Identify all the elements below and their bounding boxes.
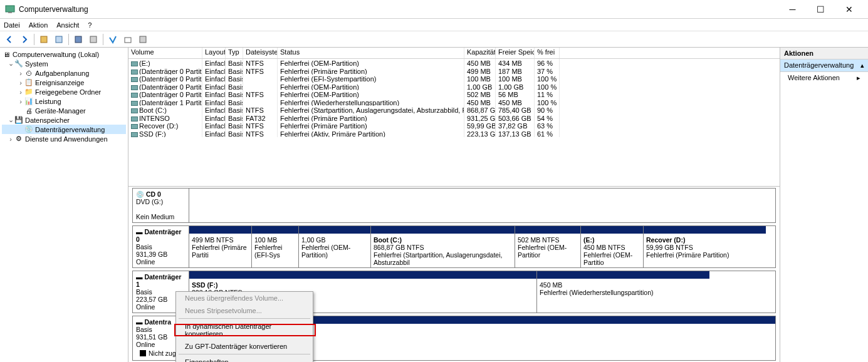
volume-row[interactable]: Recover (D:)EinfachBasisNTFSFehlerfrei (…	[128, 122, 780, 130]
storage-icon: 💾	[14, 116, 23, 125]
svg-rect-6	[125, 38, 131, 43]
menu-bar: Datei Aktion Ansicht ?	[0, 19, 868, 31]
forward-button[interactable]	[18, 33, 31, 46]
nav-tree[interactable]: 🖥Computerverwaltung (Lokal) ⌄🔧System ›⏲A…	[0, 48, 128, 362]
ctx-convert-dynamic[interactable]: In dynamischen Datenträger konvertieren.…	[176, 320, 313, 340]
ctx-new-spanned: Neues übergreifendes Volume...	[176, 292, 313, 304]
partition[interactable]: 499 MB NTFSFehlerfrei (Primäre Partiti	[189, 226, 252, 267]
toolbar-btn-4[interactable]	[86, 33, 100, 46]
toolbar-btn-1[interactable]	[37, 33, 51, 46]
collapse-icon: ▴	[860, 61, 864, 70]
tree-storage[interactable]: ⌄💾Datenspeicher	[2, 115, 126, 125]
partition[interactable]: 502 MB NTFSFehlerfrei (OEM-Partitior	[515, 226, 581, 267]
actions-more[interactable]: Weitere Aktionen▸	[780, 72, 868, 84]
folder-icon: 📁	[24, 88, 33, 96]
ctx-convert-gpt[interactable]: Zu GPT-Datenträger konvertieren	[176, 340, 313, 353]
volume-row[interactable]: (E:)EinfachBasisNTFSFehlerfrei (OEM-Part…	[128, 59, 780, 67]
toolbar-btn-2[interactable]	[52, 33, 66, 46]
svg-rect-4	[75, 36, 81, 43]
volume-row[interactable]: SSD (F:)EinfachBasisNTFSFehlerfrei (Akti…	[128, 130, 780, 138]
toolbar-btn-6[interactable]	[121, 33, 135, 46]
volume-row[interactable]: (Datenträger 0 Partition 4)EinfachBasisF…	[128, 83, 780, 91]
col-typ[interactable]: Typ	[226, 48, 243, 58]
actions-header: Aktionen	[780, 48, 868, 59]
col-layout[interactable]: Layout	[202, 48, 226, 58]
tree-shared[interactable]: ›📁Freigegebene Ordner	[2, 87, 126, 96]
volume-row[interactable]: (Datenträger 0 Partition 2)EinfachBasisF…	[128, 75, 780, 83]
col-status[interactable]: Status	[278, 48, 464, 58]
partition[interactable]: 450 MBFehlerfrei (Wiederherstellungspart…	[537, 271, 709, 313]
col-volume[interactable]: Volume	[128, 48, 202, 58]
partition[interactable]: 1,00 GBFehlerfrei (OEM-Partition)	[299, 226, 371, 267]
svg-rect-7	[140, 36, 146, 43]
menu-ansicht[interactable]: Ansicht	[56, 21, 79, 29]
partition[interactable]: (E:)450 MB NTFSFehlerfrei (OEM-Partitio	[581, 226, 644, 267]
window-titlebar: Computerverwaltung ─ ☐ ✕	[0, 0, 868, 19]
volume-row[interactable]: (Datenträger 1 Partition 2)EinfachBasisF…	[128, 98, 780, 106]
tools-icon: 🔧	[14, 59, 23, 68]
clock-icon: ⏲	[24, 69, 33, 78]
disk-cd0[interactable]: 💿 CD 0 DVD (G:) Kein Medium	[132, 188, 776, 223]
col-pct[interactable]: % frei	[535, 48, 560, 58]
minimize-button[interactable]: ─	[778, 1, 807, 18]
volume-row[interactable]: (Datenträger 0 Partition 1)EinfachBasisN…	[128, 67, 780, 75]
actions-pane: Aktionen Datenträgerverwaltung▴ Weitere …	[780, 48, 868, 362]
actions-selection[interactable]: Datenträgerverwaltung▴	[780, 59, 868, 72]
tree-root[interactable]: 🖥Computerverwaltung (Lokal)	[2, 49, 126, 59]
ctx-properties[interactable]: Eigenschaften	[176, 356, 313, 362]
back-button[interactable]	[3, 33, 16, 46]
computer-icon: 🖥	[2, 50, 11, 59]
maximize-button[interactable]: ☐	[807, 1, 835, 18]
col-fs[interactable]: Dateisystem	[243, 48, 278, 58]
perf-icon: 📊	[24, 97, 33, 106]
menu-help[interactable]: ?	[88, 21, 92, 29]
toolbar	[0, 31, 868, 48]
arrow-right-icon: ▸	[857, 74, 860, 82]
tree-scheduler[interactable]: ›⏲Aufgabenplanung	[2, 68, 126, 78]
volume-row[interactable]: (Datenträger 0 Partition 6)EinfachBasisN…	[128, 90, 780, 98]
partition[interactable]: 100 MBFehlerfrei (EFI-Sys	[252, 226, 299, 267]
ctx-new-striped: Neues Stripesetvolume...	[176, 304, 313, 317]
volume-row[interactable]: INTENSOEinfachBasisFAT32Fehlerfrei (Prim…	[128, 114, 780, 122]
refresh-button[interactable]	[71, 33, 85, 46]
disk-0[interactable]: ▬ Datenträger 0 Basis 931,39 GB Online 4…	[132, 225, 776, 268]
volume-list[interactable]: Volume Layout Typ Dateisystem Status Kap…	[128, 48, 780, 187]
device-icon: 🖨	[24, 106, 33, 115]
window-title: Computerverwaltung	[19, 5, 778, 14]
tree-system[interactable]: ⌄🔧System	[2, 59, 126, 68]
volume-row[interactable]: Boot (C:)EinfachBasisNTFSFehlerfrei (Sta…	[128, 106, 780, 114]
close-button[interactable]: ✕	[835, 1, 863, 18]
app-icon	[5, 4, 15, 14]
toolbar-btn-7[interactable]	[136, 33, 150, 46]
partition[interactable]: Recover (D:)59,99 GB NTFSFehlerfrei (Pri…	[644, 226, 766, 267]
disk-icon: 💿	[24, 125, 33, 134]
svg-rect-5	[90, 36, 97, 43]
svg-rect-3	[56, 36, 62, 43]
services-icon: ⚙	[14, 135, 23, 143]
toolbar-btn-5[interactable]	[106, 33, 120, 46]
tree-devmgr[interactable]: 🖨Geräte-Manager	[2, 106, 126, 115]
svg-rect-2	[41, 36, 47, 43]
tree-services[interactable]: ›⚙Dienste und Anwendungen	[2, 134, 126, 143]
menu-datei[interactable]: Datei	[4, 21, 20, 29]
partition[interactable]: Boot (C:)868,87 GB NTFSFehlerfrei (Start…	[371, 226, 515, 267]
tree-events[interactable]: ›📋Ereignisanzeige	[2, 78, 126, 87]
svg-rect-1	[8, 12, 12, 13]
tree-perf[interactable]: ›📊Leistung	[2, 96, 126, 106]
context-menu: Neues übergreifendes Volume... Neues Str…	[175, 291, 313, 362]
svg-rect-0	[6, 6, 14, 12]
tree-diskmgmt[interactable]: 💿Datenträgerverwaltung	[2, 125, 126, 134]
volume-list-header[interactable]: Volume Layout Typ Dateisystem Status Kap…	[128, 48, 780, 59]
event-icon: 📋	[24, 78, 33, 87]
menu-aktion[interactable]: Aktion	[29, 21, 48, 29]
col-cap[interactable]: Kapazität	[464, 48, 496, 58]
col-free[interactable]: Freier Speicher	[496, 48, 535, 58]
